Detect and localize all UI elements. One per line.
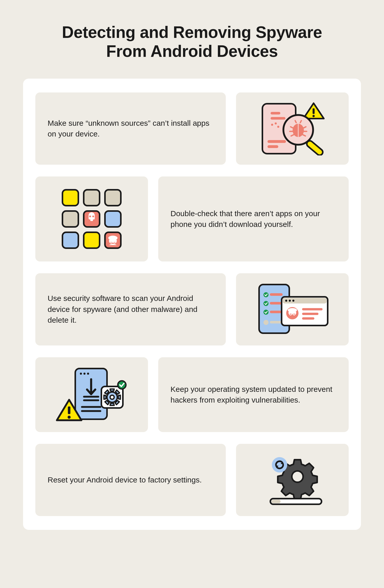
- svg-point-52: [288, 308, 297, 312]
- svg-rect-57: [302, 313, 318, 315]
- svg-rect-21: [306, 140, 324, 155]
- tip-1-text: Make sure “unknown sources” can’t instal…: [35, 92, 226, 165]
- tip-5-illustration: [236, 444, 349, 516]
- svg-point-70: [110, 395, 114, 399]
- tip-2-illustration: [35, 176, 148, 261]
- tip-2-text: Double-check that there aren’t apps on y…: [158, 176, 349, 261]
- svg-rect-24: [105, 190, 121, 206]
- app-grid-malware-icon: [58, 186, 125, 252]
- title-line-1: Detecting and Removing Spyware: [62, 23, 322, 41]
- svg-point-48: [285, 300, 287, 302]
- svg-rect-28: [62, 232, 78, 248]
- svg-point-60: [80, 373, 82, 375]
- svg-rect-58: [302, 317, 314, 320]
- svg-rect-7: [268, 145, 278, 148]
- tip-row-1: Make sure “unknown sources” can’t instal…: [35, 92, 349, 165]
- svg-rect-43: [270, 311, 283, 313]
- svg-point-9: [313, 115, 315, 117]
- svg-point-32: [92, 216, 94, 217]
- tip-row-4: Keep your operating system updated to pr…: [35, 357, 349, 432]
- svg-point-62: [87, 373, 89, 375]
- tip-row-2: Double-check that there aren’t apps on y…: [35, 176, 349, 261]
- svg-rect-72: [68, 406, 70, 414]
- svg-rect-2: [271, 117, 285, 120]
- tip-3-illustration: [236, 273, 349, 345]
- tips-panel: Make sure “unknown sources” can’t instal…: [23, 79, 361, 530]
- svg-rect-27: [105, 211, 121, 227]
- title-line-2: From Android Devices: [106, 42, 278, 60]
- svg-rect-56: [302, 308, 323, 310]
- svg-rect-23: [84, 190, 100, 206]
- svg-rect-29: [84, 232, 100, 248]
- svg-rect-6: [268, 140, 286, 143]
- tip-1-illustration: [236, 92, 349, 165]
- svg-rect-22: [62, 190, 78, 206]
- tip-4-illustration: [35, 357, 148, 432]
- svg-rect-77: [271, 500, 281, 503]
- phone-bug-magnifier-icon: [253, 102, 332, 155]
- phone-scan-popup-icon: [251, 282, 333, 336]
- svg-rect-41: [270, 302, 283, 304]
- svg-point-42: [263, 310, 269, 315]
- svg-rect-39: [270, 293, 283, 296]
- svg-point-74: [292, 471, 303, 482]
- svg-rect-1: [271, 112, 280, 114]
- svg-rect-45: [270, 321, 283, 323]
- tip-4-text: Keep your operating system updated to pr…: [158, 357, 349, 432]
- svg-rect-44: [263, 320, 269, 325]
- tip-row-5: Reset your Android device to factory set…: [35, 444, 349, 516]
- tip-row-3: Use security software to scan your Andro…: [35, 273, 349, 345]
- svg-point-31: [89, 216, 91, 217]
- svg-point-40: [263, 301, 269, 306]
- page-title: Detecting and Removing Spyware From Andr…: [23, 23, 361, 61]
- svg-point-50: [292, 300, 294, 302]
- svg-point-4: [275, 122, 277, 124]
- svg-point-61: [83, 373, 86, 375]
- factory-reset-gear-icon: [257, 453, 328, 507]
- svg-point-49: [289, 300, 291, 302]
- tip-3-text: Use security software to scan your Andro…: [35, 273, 226, 345]
- system-update-icon: [53, 366, 130, 423]
- svg-point-38: [263, 292, 269, 297]
- svg-point-5: [277, 126, 279, 128]
- svg-point-3: [271, 124, 273, 126]
- tip-5-text: Reset your Android device to factory set…: [35, 444, 226, 516]
- svg-rect-8: [313, 108, 315, 114]
- svg-point-73: [68, 416, 71, 419]
- svg-rect-25: [62, 211, 78, 227]
- svg-point-75: [272, 457, 287, 472]
